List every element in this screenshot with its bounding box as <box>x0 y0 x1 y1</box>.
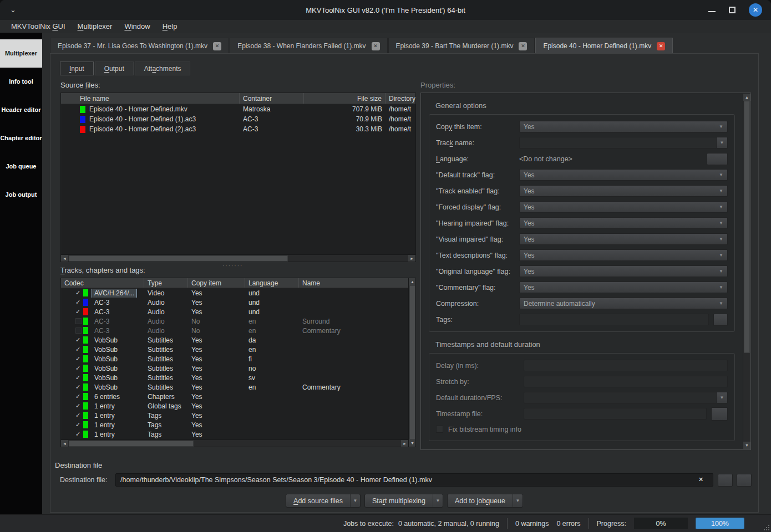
destination-options-button[interactable] <box>737 474 752 487</box>
menu-item[interactable]: Window <box>118 21 156 32</box>
track-checkbox[interactable]: ✓ <box>75 299 83 306</box>
track-checkbox[interactable] <box>75 328 82 334</box>
track-row[interactable]: ✓ 1 entry Tags Yes <box>61 420 408 429</box>
column-language[interactable]: Language <box>245 278 299 288</box>
start-multiplexing-button[interactable]: Start multiplexing ▼ <box>364 494 443 508</box>
timestamp-file-input[interactable] <box>524 408 707 420</box>
column-codec[interactable]: Codec <box>61 278 144 288</box>
clear-destination-icon[interactable]: ✕ <box>698 476 703 483</box>
track-row[interactable]: AC-3 Audio No en Commentary <box>61 326 408 335</box>
column-container[interactable]: Container <box>240 93 304 104</box>
track-checkbox[interactable]: ✓ <box>75 402 83 410</box>
chevron-down-icon[interactable]: ⌄ <box>10 6 16 14</box>
destination-file-input[interactable]: /home/thunderb/Videoklip/The Simpsons/Se… <box>115 473 713 487</box>
chevron-down-icon[interactable]: ▼ <box>513 494 523 507</box>
delay-input[interactable] <box>524 360 728 371</box>
column-file-name[interactable]: File name <box>61 93 240 104</box>
tags-browse-button[interactable] <box>713 314 728 326</box>
chevron-down-icon[interactable]: ▼ <box>351 494 360 507</box>
sidebar-item[interactable]: Job output <box>0 181 42 209</box>
default-duration-combo[interactable]: ▼ <box>524 392 728 403</box>
track-checkbox[interactable]: ✓ <box>75 289 83 296</box>
flag-dropdown[interactable]: Yes▼ <box>519 282 728 293</box>
sidebar-item[interactable]: Multiplexer <box>0 39 42 68</box>
flag-dropdown[interactable]: Yes▼ <box>519 169 728 181</box>
track-checkbox[interactable]: ✓ <box>75 383 83 391</box>
track-checkbox[interactable]: ✓ <box>75 431 83 438</box>
source-file-row[interactable]: Episode 40 - Homer Defined (2).ac3 AC-3 … <box>61 124 415 134</box>
properties-vscrollbar[interactable]: ▲ ▼ <box>743 94 750 449</box>
track-name-combo[interactable]: ▼ <box>519 137 728 149</box>
scrollbar-thumb[interactable] <box>69 441 194 447</box>
tracks-vscrollbar[interactable]: ▲ ▼ <box>408 278 415 447</box>
track-row[interactable]: ✓ VobSub Subtitles Yes en <box>61 345 408 354</box>
resize-grip[interactable] <box>768 529 769 530</box>
column-copy-item[interactable]: Copy item <box>188 278 245 288</box>
flag-dropdown[interactable]: Yes▼ <box>519 201 728 213</box>
tags-input[interactable] <box>519 314 709 325</box>
scrollbar-thumb[interactable] <box>69 255 288 262</box>
track-row[interactable]: ✓ VobSub Subtitles Yes en Commentary <box>61 382 408 392</box>
track-checkbox[interactable] <box>75 318 82 324</box>
compression-dropdown[interactable]: Determine automatically▼ <box>519 298 728 309</box>
chevron-down-icon[interactable]: ▼ <box>716 137 727 148</box>
scroll-up-icon[interactable]: ▲ <box>743 94 750 101</box>
timestamp-file-browse-button[interactable] <box>711 407 728 421</box>
track-checkbox[interactable]: ✓ <box>75 421 83 428</box>
scroll-right-icon[interactable]: ► <box>401 440 408 447</box>
track-row[interactable]: ✓ AC-3 Audio Yes und <box>61 298 408 307</box>
track-row[interactable]: ✓ 1 entry Tags Yes <box>61 411 408 420</box>
tab-close-icon[interactable]: ✕ <box>519 42 527 50</box>
stretch-by-input[interactable] <box>524 376 728 387</box>
track-checkbox[interactable]: ✓ <box>75 365 83 372</box>
minimize-button[interactable] <box>708 11 716 12</box>
add-source-files-button[interactable]: Add source files ▼ <box>286 494 361 508</box>
track-row[interactable]: ✓ 6 entries Chapters Yes <box>61 392 408 401</box>
track-checkbox[interactable]: ✓ <box>75 346 83 353</box>
scroll-left-icon[interactable]: ◄ <box>61 255 68 262</box>
tracks-hscrollbar[interactable]: ◄ ► <box>61 439 408 447</box>
flag-dropdown[interactable]: Yes▼ <box>519 249 728 261</box>
sidebar-item[interactable]: Job queue <box>0 152 42 181</box>
add-to-job-queue-button[interactable]: Add to job queue ▼ <box>447 494 523 508</box>
chevron-down-icon[interactable]: ▼ <box>433 494 443 507</box>
column-type[interactable]: Type <box>144 278 188 288</box>
track-row[interactable]: AC-3 Audio No en Surround <box>61 316 408 326</box>
chevron-down-icon[interactable]: ▼ <box>716 392 727 403</box>
sidebar-item[interactable]: Info tool <box>0 68 42 96</box>
copy-this-item-dropdown[interactable]: Yes▼ <box>519 121 728 132</box>
pane-tab[interactable]: Output <box>95 62 134 75</box>
file-tab[interactable]: Episode 37 - Mr. Lisa Goes To Washington… <box>50 38 229 54</box>
column-directory[interactable]: Directory <box>385 93 415 104</box>
track-row[interactable]: ✓ 1 entry Tags Yes <box>61 429 408 439</box>
track-row[interactable]: ✓ AC-3 Audio Yes und <box>61 307 408 316</box>
menu-item[interactable]: Help <box>156 21 184 32</box>
source-files-hscrollbar[interactable]: ◄ ► <box>61 254 415 262</box>
track-row[interactable]: ✓ VobSub Subtitles Yes da <box>61 335 408 345</box>
fix-bitstream-checkbox[interactable] <box>436 426 443 433</box>
track-checkbox[interactable]: ✓ <box>75 412 83 419</box>
scroll-down-icon[interactable]: ▼ <box>743 442 750 449</box>
tab-close-icon[interactable]: ✕ <box>372 42 380 50</box>
file-tab[interactable]: Episode 38 - When Flanders Failed (1).mk… <box>230 38 387 54</box>
scroll-down-icon[interactable]: ▼ <box>409 439 416 447</box>
track-checkbox[interactable]: ✓ <box>75 308 83 315</box>
track-row[interactable]: ✓ AVC/H.264/... Video Yes und <box>61 288 408 298</box>
tab-close-icon[interactable]: ✕ <box>213 42 221 50</box>
flag-dropdown[interactable]: Yes▼ <box>519 233 728 245</box>
track-checkbox[interactable]: ✓ <box>75 393 83 400</box>
maximize-button[interactable] <box>729 7 736 13</box>
flag-dropdown[interactable]: Yes▼ <box>519 185 728 197</box>
file-tab[interactable]: Episode 40 - Homer Defined (1).mkv ✕ <box>535 38 673 54</box>
source-file-row[interactable]: Episode 40 - Homer Defined.mkv Matroska … <box>61 104 415 114</box>
track-checkbox[interactable]: ✓ <box>75 374 83 381</box>
column-file-size[interactable]: File size <box>304 93 385 104</box>
flag-dropdown[interactable]: Yes▼ <box>519 265 728 277</box>
scrollbar-thumb[interactable] <box>744 101 750 353</box>
track-row[interactable]: ✓ VobSub Subtitles Yes fi <box>61 354 408 364</box>
tab-close-icon[interactable]: ✕ <box>657 42 665 50</box>
track-row[interactable]: ✓ 1 entry Global tags Yes <box>61 401 408 411</box>
scroll-up-icon[interactable]: ▲ <box>409 278 416 285</box>
track-checkbox[interactable]: ✓ <box>75 355 83 362</box>
pane-tab[interactable]: Attachments <box>135 62 191 75</box>
